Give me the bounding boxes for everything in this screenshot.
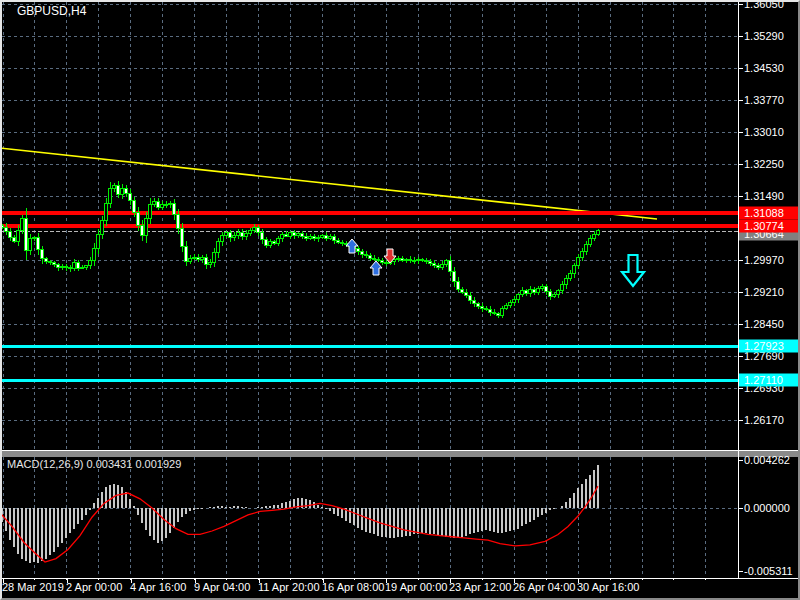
macd-axis: 0.0042620.000000-0.005311: [738, 454, 793, 577]
resistance-label-1: 1.31088: [739, 207, 798, 220]
svg-text:1.35290: 1.35290: [744, 30, 784, 42]
svg-text:1.27923: 1.27923: [744, 340, 784, 352]
svg-text:1.36050: 1.36050: [744, 2, 784, 10]
support-label-2: 1.27110: [739, 374, 798, 387]
svg-text:1.29970: 1.29970: [744, 254, 784, 266]
svg-text:19 Apr 00:00: 19 Apr 00:00: [385, 581, 447, 593]
candlestick-layer: [2, 181, 600, 318]
svg-text:1.31088: 1.31088: [744, 207, 784, 219]
macd-histogram: [2, 465, 598, 563]
time-axis: 28 Mar 20192 Apr 00:004 Apr 16:009 Apr 0…: [2, 578, 706, 593]
svg-text:26 Apr 04:00: 26 Apr 04:00: [513, 581, 575, 593]
svg-text:0.000000: 0.000000: [744, 502, 790, 514]
svg-text:28 Mar 2019: 28 Mar 2019: [2, 581, 64, 593]
svg-text:2 Apr 00:00: 2 Apr 00:00: [66, 581, 122, 593]
macd-signal-line: [2, 486, 598, 562]
descending-trendline[interactable]: [2, 148, 657, 219]
svg-text:1.26170: 1.26170: [744, 414, 784, 426]
svg-text:1.34530: 1.34530: [744, 62, 784, 74]
svg-text:4 Apr 16:00: 4 Apr 16:00: [130, 581, 186, 593]
arrow-objects-layer: [346, 239, 644, 286]
svg-text:0.004262: 0.004262: [744, 454, 790, 466]
svg-text:1.32250: 1.32250: [744, 158, 784, 170]
grid-layer: [2, 2, 738, 577]
svg-text:1.27110: 1.27110: [744, 374, 783, 386]
svg-text:1.28450: 1.28450: [744, 318, 784, 330]
buy-arrow-2[interactable]: [370, 261, 382, 275]
svg-text:30 Apr 16:00: 30 Apr 16:00: [577, 581, 639, 593]
svg-text:1.30774: 1.30774: [744, 220, 784, 232]
svg-text:11 Apr 20:00: 11 Apr 20:00: [258, 581, 320, 593]
price-axis: 1.360501.352901.345301.337701.330101.322…: [738, 2, 798, 426]
svg-text:16 Apr 08:00: 16 Apr 08:00: [322, 581, 384, 593]
resistance-label-2: 1.30774: [739, 220, 798, 233]
svg-text:23 Apr 12:00: 23 Apr 12:00: [449, 581, 511, 593]
svg-text:-0.005311: -0.005311: [744, 565, 793, 577]
chart-canvas[interactable]: 1.360501.352901.345301.337701.330101.322…: [2, 2, 798, 598]
svg-text:1.29210: 1.29210: [744, 286, 784, 298]
svg-text:9 Apr 04:00: 9 Apr 04:00: [194, 581, 250, 593]
support-label-1: 1.27923: [739, 340, 798, 353]
pane-resize-handle[interactable]: [2, 451, 798, 457]
chart-window: 1.360501.352901.345301.337701.330101.322…: [0, 0, 800, 600]
svg-text:1.33770: 1.33770: [744, 94, 784, 106]
svg-text:1.33010: 1.33010: [744, 126, 784, 138]
svg-text:1.31490: 1.31490: [744, 190, 784, 202]
